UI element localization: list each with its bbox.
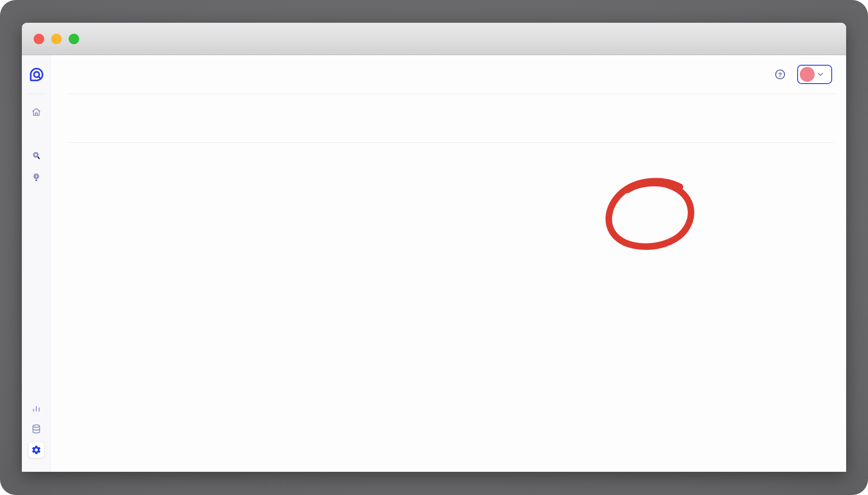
- sidebar-item-recommend[interactable]: [31, 172, 42, 183]
- svg-text:?: ?: [778, 71, 782, 78]
- sidebar-item-analytics[interactable]: [31, 403, 42, 414]
- section-divider: [68, 142, 835, 143]
- page-content: [51, 94, 846, 472]
- sidebar-item-search[interactable]: [31, 150, 42, 161]
- database-icon: [31, 423, 42, 435]
- sidebar-item-home[interactable]: [31, 106, 42, 118]
- zoom-button[interactable]: [69, 34, 79, 44]
- question-mark-circle-icon: ?: [774, 69, 786, 80]
- search-icon: [31, 150, 42, 161]
- sidebar-item-data[interactable]: [31, 423, 42, 435]
- chevron-down-icon: [816, 70, 825, 79]
- sidebar-item-settings[interactable]: [28, 442, 45, 458]
- avatar: [800, 67, 815, 82]
- sidebar-divider: [28, 94, 45, 94]
- titlebar[interactable]: [22, 23, 846, 55]
- gear-icon: [31, 445, 42, 455]
- lightbulb-bolt-icon: [31, 172, 42, 183]
- help-button[interactable]: ?: [774, 69, 786, 80]
- topbar: ?: [68, 55, 835, 94]
- account-menu-button[interactable]: [797, 65, 832, 84]
- screenshot-frame: ?: [0, 0, 868, 495]
- minimize-button[interactable]: [51, 34, 62, 44]
- algolia-logo[interactable]: [28, 67, 45, 83]
- main-area: ?: [51, 55, 846, 472]
- algolia-logo-icon: [28, 67, 44, 83]
- sidebar: [22, 55, 51, 472]
- app-window: ?: [22, 23, 846, 472]
- close-button[interactable]: [34, 34, 44, 44]
- home-icon: [31, 106, 42, 118]
- app-shell: ?: [22, 55, 846, 472]
- bar-chart-icon: [31, 403, 42, 414]
